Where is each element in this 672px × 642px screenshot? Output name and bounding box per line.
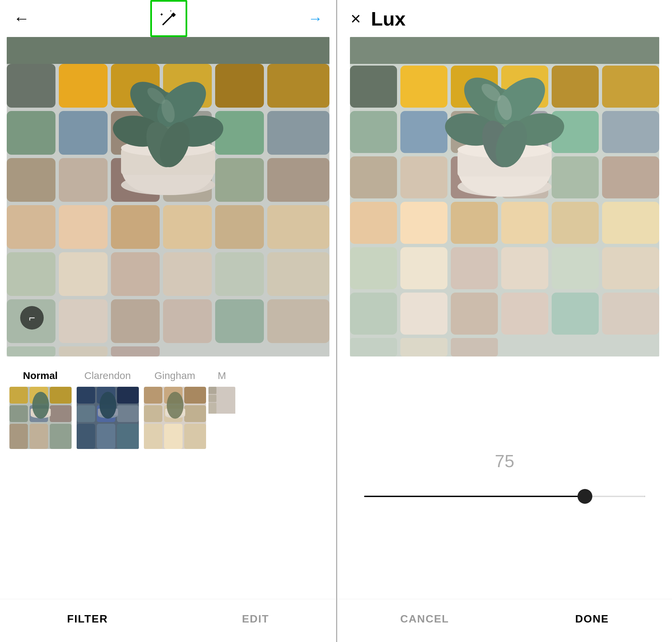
svg-rect-92 — [184, 424, 206, 449]
svg-rect-71 — [77, 387, 95, 403]
svg-rect-137 — [602, 293, 659, 335]
svg-rect-5 — [7, 205, 55, 249]
svg-rect-128 — [451, 247, 498, 289]
back-button[interactable]: ← — [13, 10, 29, 27]
svg-rect-31 — [267, 64, 329, 107]
svg-rect-32 — [7, 111, 55, 155]
svg-rect-120 — [350, 202, 397, 244]
right-panel: × Lux — [337, 0, 672, 642]
filter-clarendon-thumb — [77, 387, 139, 449]
filter-normal-thumb — [10, 387, 72, 449]
filter-moon-thumb — [208, 387, 235, 449]
lux-controls: 75 — [337, 357, 672, 599]
svg-rect-138 — [350, 338, 397, 357]
svg-rect-108 — [350, 111, 397, 153]
svg-rect-65 — [29, 424, 48, 449]
magic-wand-button[interactable]: ✦ + — [150, 0, 187, 37]
lux-slider-thumb[interactable] — [578, 489, 592, 504]
svg-rect-86 — [184, 387, 206, 403]
svg-rect-115 — [400, 156, 448, 198]
cancel-button[interactable]: CANCEL — [400, 613, 449, 625]
close-button[interactable]: × — [351, 10, 361, 27]
filter-clarendon[interactable]: Clarendon — [74, 370, 141, 449]
svg-rect-19 — [111, 299, 160, 343]
svg-rect-107 — [602, 66, 659, 107]
right-header: × Lux — [337, 0, 672, 37]
svg-rect-122 — [451, 202, 498, 244]
svg-rect-109 — [400, 111, 448, 153]
svg-rect-79 — [117, 424, 139, 449]
svg-rect-10 — [267, 205, 329, 249]
svg-rect-66 — [50, 424, 72, 449]
svg-rect-101 — [350, 37, 659, 64]
svg-rect-123 — [501, 202, 548, 244]
svg-rect-119 — [602, 156, 659, 198]
lux-slider-container — [364, 488, 645, 505]
svg-rect-131 — [602, 247, 659, 289]
svg-rect-132 — [350, 293, 397, 335]
svg-rect-76 — [117, 405, 139, 422]
filter-normal-label: Normal — [23, 370, 57, 381]
svg-rect-42 — [215, 158, 264, 202]
svg-rect-134 — [451, 293, 498, 335]
svg-rect-135 — [501, 293, 548, 335]
left-panel: ← ✦ + → — [0, 0, 336, 642]
svg-rect-12 — [59, 252, 107, 296]
svg-rect-63 — [50, 405, 72, 422]
svg-rect-133 — [400, 293, 448, 335]
svg-rect-73 — [117, 387, 139, 403]
svg-rect-130 — [552, 247, 599, 289]
svg-rect-125 — [602, 202, 659, 244]
svg-rect-98 — [208, 395, 217, 402]
svg-rect-26 — [7, 64, 55, 107]
svg-rect-13 — [111, 252, 160, 296]
svg-rect-6 — [59, 205, 107, 249]
done-button[interactable]: DONE — [575, 613, 609, 625]
svg-rect-90 — [144, 424, 163, 449]
crop-icon: ⌐ — [29, 312, 35, 324]
svg-rect-78 — [97, 424, 115, 449]
svg-rect-113 — [602, 111, 659, 153]
filter-moon[interactable]: M — [208, 370, 235, 449]
svg-rect-43 — [267, 158, 329, 202]
svg-rect-9 — [215, 205, 264, 249]
svg-rect-129 — [501, 247, 548, 289]
svg-rect-87 — [144, 405, 163, 422]
svg-rect-16 — [267, 252, 329, 296]
svg-rect-106 — [552, 66, 599, 107]
svg-rect-37 — [267, 111, 329, 155]
svg-rect-124 — [552, 202, 599, 244]
right-image — [350, 37, 659, 357]
svg-rect-11 — [7, 252, 55, 296]
svg-rect-61 — [10, 405, 28, 422]
filter-normal[interactable]: Normal — [7, 370, 74, 449]
svg-rect-84 — [144, 387, 163, 403]
svg-rect-38 — [7, 158, 55, 202]
magic-wand-icon: ✦ + — [160, 10, 178, 28]
svg-rect-114 — [350, 156, 397, 198]
svg-rect-127 — [400, 247, 448, 289]
svg-rect-18 — [59, 299, 107, 343]
svg-point-95 — [167, 392, 183, 419]
svg-rect-139 — [400, 338, 448, 357]
svg-rect-58 — [10, 387, 28, 403]
svg-rect-77 — [77, 424, 95, 449]
svg-rect-22 — [267, 299, 329, 343]
svg-rect-91 — [164, 424, 182, 449]
svg-rect-102 — [350, 66, 397, 107]
lux-slider-track-right — [589, 496, 645, 497]
main-image-svg — [7, 37, 329, 357]
svg-text:✦: ✦ — [160, 12, 164, 17]
svg-text:+: + — [170, 10, 172, 13]
filter-strip: Normal — [0, 357, 336, 599]
svg-rect-30 — [215, 64, 264, 107]
filter-gingham[interactable]: Gingham — [141, 370, 208, 449]
filter-tab[interactable]: FILTER — [67, 613, 108, 625]
filter-clarendon-label: Clarendon — [85, 370, 131, 381]
left-header: ← ✦ + → — [0, 0, 336, 37]
svg-rect-136 — [552, 293, 599, 335]
crop-button[interactable]: ⌐ — [20, 306, 44, 330]
edit-tab[interactable]: EDIT — [242, 613, 269, 625]
svg-rect-74 — [77, 405, 95, 422]
forward-button[interactable]: → — [308, 10, 323, 27]
